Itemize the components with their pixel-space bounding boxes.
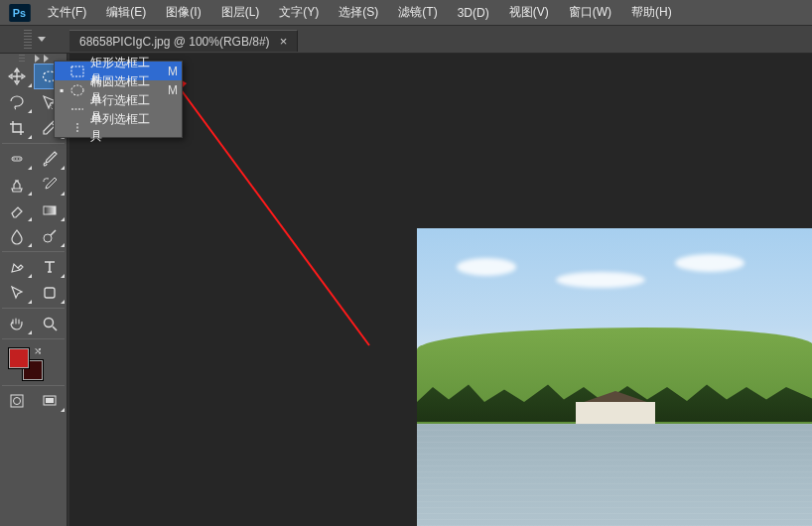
chevron-right-icon [44, 55, 49, 63]
brush-tool[interactable] [34, 146, 68, 172]
zoom-tool[interactable] [34, 311, 68, 336]
svg-text:Ps: Ps [13, 6, 26, 18]
hand-tool[interactable] [0, 311, 34, 336]
menu-image[interactable]: 图像(I) [156, 0, 210, 26]
svg-point-15 [13, 398, 20, 405]
foreground-color-swatch[interactable] [8, 347, 30, 369]
path-select-tool[interactable] [0, 280, 34, 306]
pen-tool[interactable] [0, 254, 34, 280]
flyout-shortcut: M [166, 83, 178, 97]
dodge-tool[interactable] [34, 223, 68, 249]
menu-window[interactable]: 窗口(W) [559, 0, 621, 26]
flyout-shortcut: M [166, 65, 178, 78]
col-marquee-icon [69, 121, 85, 135]
toolbox-divider [2, 338, 65, 339]
document-tabs: 68658PICIgC.jpg @ 100%(RGB/8#) × [69, 28, 298, 52]
svg-point-9 [19, 158, 21, 160]
svg-point-8 [16, 158, 18, 160]
crop-tool[interactable] [0, 115, 34, 141]
toolbox-divider [2, 251, 65, 252]
chevron-right-icon [35, 55, 40, 63]
menu-type[interactable]: 文字(Y) [269, 0, 329, 26]
menu-edit[interactable]: 编辑(E) [96, 0, 156, 26]
menu-layer[interactable]: 图层(L) [211, 0, 270, 26]
history-brush-tool[interactable] [34, 172, 68, 197]
shape-tool[interactable] [34, 280, 68, 306]
menu-file[interactable]: 文件(F) [38, 0, 96, 26]
document-tab[interactable]: 68658PICIgC.jpg @ 100%(RGB/8#) × [69, 30, 298, 52]
move-tool[interactable] [0, 64, 34, 89]
eraser-tool[interactable] [0, 197, 34, 223]
svg-point-11 [44, 234, 52, 242]
svg-point-19 [71, 85, 83, 95]
gradient-tool[interactable] [34, 197, 68, 223]
blur-tool[interactable] [0, 223, 34, 249]
svg-point-13 [45, 319, 54, 328]
svg-rect-18 [71, 66, 83, 76]
ellipse-marquee-icon [69, 83, 85, 97]
grip-icon [24, 30, 32, 50]
svg-rect-17 [46, 398, 54, 403]
svg-line-2 [175, 81, 369, 345]
svg-rect-14 [11, 395, 23, 407]
type-tool[interactable] [34, 254, 68, 280]
menu-3d[interactable]: 3D(D) [448, 0, 499, 26]
grip-icon [19, 55, 25, 63]
menu-filter[interactable]: 滤镜(T) [388, 0, 447, 26]
menu-view[interactable]: 视图(V) [499, 0, 559, 26]
current-indicator: ▪ [59, 83, 65, 97]
document-title: 68658PICIgC.jpg @ 100%(RGB/8#) [79, 35, 270, 49]
flyout-item-col-marquee[interactable]: 单列选框工具 [55, 118, 182, 137]
color-swatches[interactable]: ⤭ [0, 341, 67, 383]
menu-help[interactable]: 帮助(H) [621, 0, 682, 26]
row-marquee-icon [69, 102, 85, 116]
flyout-label: 单列选框工具 [90, 111, 161, 145]
quick-mask-toggle[interactable] [0, 388, 34, 414]
close-icon[interactable]: × [280, 35, 288, 48]
screen-mode-toggle[interactable] [34, 388, 68, 414]
marquee-flyout: 矩形选框工具 M ▪ 椭圆选框工具 M 单行选框工具 单列选框工具 [54, 61, 183, 138]
toolbox-divider [2, 385, 65, 386]
svg-point-7 [13, 158, 15, 160]
lasso-tool[interactable] [0, 89, 34, 115]
toolbox-divider [2, 308, 65, 309]
document-image [417, 228, 812, 526]
svg-rect-12 [45, 288, 55, 298]
spot-heal-tool[interactable] [0, 146, 34, 172]
app-logo: Ps [8, 4, 32, 22]
menu-select[interactable]: 选择(S) [329, 0, 388, 26]
swap-colors-icon[interactable]: ⤭ [34, 345, 42, 356]
menu-bar: Ps 文件(F) 编辑(E) 图像(I) 图层(L) 文字(Y) 选择(S) 滤… [0, 0, 812, 26]
clone-stamp-tool[interactable] [0, 172, 34, 197]
svg-rect-10 [44, 206, 56, 214]
rect-marquee-icon [69, 65, 85, 78]
toolbox-divider [2, 143, 65, 144]
chevron-down-icon [38, 37, 46, 42]
options-handle[interactable] [0, 26, 69, 54]
